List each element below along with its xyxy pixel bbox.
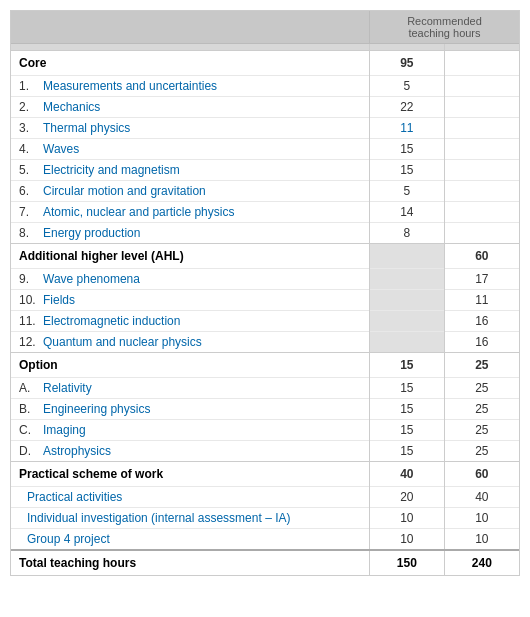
item-sl-value: 15 [369, 139, 444, 160]
item-label-cell: 5.Electricity and magnetism [11, 160, 369, 181]
section-title-ahl: Additional higher level (AHL) [11, 244, 369, 269]
item-sl-value: 22 [369, 97, 444, 118]
item-sl-value [369, 332, 444, 353]
item-sl-value: 15 [369, 160, 444, 181]
item-text[interactable]: Wave phenomena [43, 272, 140, 286]
main-table-container: Recommendedteaching hours Core951.Measur… [10, 10, 520, 576]
item-number: C. [19, 423, 43, 437]
header-row: Recommendedteaching hours [11, 11, 519, 44]
total-row: Total teaching hours150240 [11, 550, 519, 575]
item-number: 4. [19, 142, 43, 156]
item-text[interactable]: Engineering physics [43, 402, 150, 416]
section-sl-option: 15 [369, 353, 444, 378]
table-row: C.Imaging1525 [11, 420, 519, 441]
table-row: Individual investigation (internal asses… [11, 508, 519, 529]
item-hl-value: 17 [444, 269, 519, 290]
section-sl-core: 95 [369, 51, 444, 76]
item-text[interactable]: Astrophysics [43, 444, 111, 458]
item-sl-value: 8 [369, 223, 444, 244]
item-label-cell: 6.Circular motion and gravitation [11, 181, 369, 202]
item-text[interactable]: Fields [43, 293, 75, 307]
item-text[interactable]: Waves [43, 142, 79, 156]
section-sl-ahl [369, 244, 444, 269]
item-text[interactable]: Measurements and uncertainties [43, 79, 217, 93]
item-sl-value: 20 [369, 487, 444, 508]
section-hl-practical: 60 [444, 462, 519, 487]
section-header-core: Core95 [11, 51, 519, 76]
table-row: B.Engineering physics1525 [11, 399, 519, 420]
item-label-cell: 11.Electromagnetic induction [11, 311, 369, 332]
table-row: 4.Waves15 [11, 139, 519, 160]
item-text[interactable]: Practical activities [27, 490, 122, 504]
table-row: 5.Electricity and magnetism15 [11, 160, 519, 181]
item-hl-value [444, 160, 519, 181]
item-text[interactable]: Mechanics [43, 100, 100, 114]
item-label-cell: 1.Measurements and uncertainties [11, 76, 369, 97]
item-label-cell: 7.Atomic, nuclear and particle physics [11, 202, 369, 223]
section-header-ahl: Additional higher level (AHL)60 [11, 244, 519, 269]
item-hl-value: 25 [444, 399, 519, 420]
section-header-option: Option1525 [11, 353, 519, 378]
item-number: B. [19, 402, 43, 416]
section-hl-option: 25 [444, 353, 519, 378]
item-text[interactable]: Group 4 project [27, 532, 110, 546]
item-label-cell: C.Imaging [11, 420, 369, 441]
item-label-cell: 12.Quantum and nuclear physics [11, 332, 369, 353]
item-label-cell: Group 4 project [11, 529, 369, 551]
item-hl-value: 16 [444, 311, 519, 332]
component-header [11, 11, 369, 44]
section-title-core: Core [11, 51, 369, 76]
item-sl-value: 5 [369, 76, 444, 97]
item-text[interactable]: Quantum and nuclear physics [43, 335, 202, 349]
item-label-cell: Practical activities [11, 487, 369, 508]
item-number: 9. [19, 272, 43, 286]
item-sl-value: 10 [369, 529, 444, 551]
item-sl-value: 15 [369, 420, 444, 441]
item-text[interactable]: Relativity [43, 381, 92, 395]
sl-hl-header-row [11, 44, 519, 51]
item-number: D. [19, 444, 43, 458]
item-text[interactable]: Energy production [43, 226, 140, 240]
item-text[interactable]: Electricity and magnetism [43, 163, 180, 177]
item-number: 12. [19, 335, 43, 349]
total-label: Total teaching hours [11, 550, 369, 575]
item-hl-value [444, 118, 519, 139]
table-row: 3.Thermal physics11 [11, 118, 519, 139]
item-number: A. [19, 381, 43, 395]
item-text[interactable]: Thermal physics [43, 121, 130, 135]
item-label-cell: D.Astrophysics [11, 441, 369, 462]
teaching-hours-header: Recommendedteaching hours [369, 11, 519, 44]
item-number: 6. [19, 184, 43, 198]
item-text[interactable]: Atomic, nuclear and particle physics [43, 205, 234, 219]
item-label-cell: 10.Fields [11, 290, 369, 311]
table-row: 12.Quantum and nuclear physics16 [11, 332, 519, 353]
item-sl-value: 5 [369, 181, 444, 202]
item-hl-value: 16 [444, 332, 519, 353]
item-sl-value: 11 [369, 118, 444, 139]
item-text[interactable]: Imaging [43, 423, 86, 437]
total-hl-value: 240 [444, 550, 519, 575]
item-hl-value: 10 [444, 529, 519, 551]
item-label-cell: 2.Mechanics [11, 97, 369, 118]
sl-header [369, 44, 444, 51]
item-text[interactable]: Circular motion and gravitation [43, 184, 206, 198]
item-sl-value: 15 [369, 441, 444, 462]
item-number: 11. [19, 314, 43, 328]
item-number: 2. [19, 100, 43, 114]
item-number: 8. [19, 226, 43, 240]
item-number: 5. [19, 163, 43, 177]
item-sl-value: 15 [369, 399, 444, 420]
item-sl-value: 10 [369, 508, 444, 529]
table-row: Group 4 project1010 [11, 529, 519, 551]
item-label-cell: Individual investigation (internal asses… [11, 508, 369, 529]
item-hl-value [444, 202, 519, 223]
table-row: 1.Measurements and uncertainties5 [11, 76, 519, 97]
item-label-cell: A.Relativity [11, 378, 369, 399]
item-hl-value [444, 181, 519, 202]
item-text[interactable]: Electromagnetic induction [43, 314, 180, 328]
section-header-practical: Practical scheme of work4060 [11, 462, 519, 487]
section-hl-core [444, 51, 519, 76]
item-sl-value: 14 [369, 202, 444, 223]
item-sl-value [369, 269, 444, 290]
item-text[interactable]: Individual investigation (internal asses… [27, 511, 290, 525]
